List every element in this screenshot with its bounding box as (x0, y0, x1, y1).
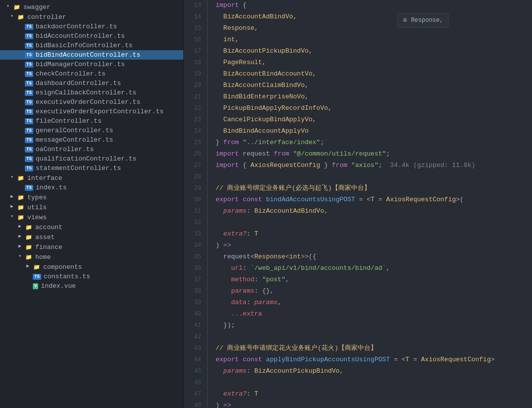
sidebar-item-statementController[interactable]: TSstatementController.ts (0, 163, 183, 173)
sidebar-item-executiveOrderExportController[interactable]: TSexecutiveOrderExportController.ts (0, 107, 183, 116)
line-number: 16 (190, 34, 201, 46)
sidebar-item-backdoorController[interactable]: TSbackdoorController.ts (0, 22, 183, 31)
sidebar-item-swagger[interactable]: ▾📁swagger (0, 2, 183, 12)
code-line: ) => (216, 240, 524, 251)
token-param-name: extra? (216, 229, 246, 240)
sidebar-item-executiveOrderController[interactable]: TSexecutiveOrderController.ts (0, 97, 183, 107)
token-type-name: BindBindAccountApplyVo (216, 126, 308, 137)
tree-label: bidBindAccountController.ts (36, 51, 141, 59)
folder-icon: 📁 (17, 193, 25, 201)
token-string: "axios" (351, 160, 379, 171)
sidebar-item-oaController[interactable]: TSoaController.ts (0, 145, 183, 154)
line-number: 34 (190, 240, 201, 251)
token-kw-import: import (216, 160, 239, 171)
token-type-name: T (254, 389, 258, 400)
sidebar-item-views[interactable]: ▾📁views (0, 212, 183, 222)
sidebar-item-asset[interactable]: ▶📁asset (0, 232, 183, 242)
ts-icon: TS (25, 147, 33, 153)
sidebar-item-types[interactable]: ▶📁types (0, 192, 183, 202)
sidebar-item-components[interactable]: ▶📁components (0, 262, 183, 272)
token-kw-export: export (216, 194, 239, 205)
token-punct (216, 274, 231, 285)
sidebar-item-home[interactable]: ▾📁home (0, 252, 183, 262)
token-punct: } (216, 137, 224, 148)
line-number: 48 (190, 400, 201, 408)
sidebar-item-bidManagerController[interactable]: TSbidManagerController.ts (0, 60, 183, 69)
token-kw-import: import (216, 0, 239, 11)
arrow-icon: ▾ (8, 13, 16, 21)
token-kw-from: from (274, 149, 289, 160)
code-editor[interactable]: ≡ Response, 1314151617181920212223242526… (184, 0, 532, 408)
token-punct (239, 137, 243, 148)
token-punct: , (340, 366, 344, 377)
token-type-name: PickupBindApplyRecordInfoVo, (216, 103, 332, 114)
ts-icon: TS (25, 71, 33, 77)
token-punct: : {}, (254, 286, 274, 297)
sidebar-item-generalController[interactable]: TSgeneralController.ts (0, 126, 183, 135)
token-punct: : (246, 366, 254, 377)
token-punct: request (239, 149, 274, 160)
sidebar-item-bidAccountController[interactable]: TSbidAccountController.ts (0, 31, 183, 41)
line-number: 36 (190, 263, 201, 274)
token-punct: >>({ (301, 251, 316, 262)
ts-icon: TS (33, 274, 41, 280)
tree-label: dashboardController.ts (36, 80, 121, 87)
token-punct: }); (216, 320, 235, 331)
code-line: ...extra (216, 309, 524, 320)
sidebar-item-messageController[interactable]: TSmessageController.ts (0, 135, 183, 145)
token-punct: , (386, 263, 390, 274)
sidebar-item-dashboardController[interactable]: TSdashboardController.ts (0, 79, 183, 88)
token-key: params (231, 286, 254, 297)
arrow-icon: ▾ (4, 3, 12, 11)
code-line: params: {}, (216, 286, 524, 297)
sidebar-item-fileController[interactable]: TSfileController.ts (0, 116, 183, 126)
token-type-name: BizAccountAdBindVo (254, 206, 324, 217)
line-number: 23 (190, 114, 201, 126)
sidebar-item-qualificationController[interactable]: TSqualificationController.ts (0, 154, 183, 163)
sidebar-item-indexTs[interactable]: TSindex.ts (0, 183, 183, 192)
line-number: 30 (190, 194, 201, 206)
token-punct: : (243, 263, 251, 274)
token-punct: : (254, 274, 262, 285)
token-param-name: params (216, 366, 246, 377)
sidebar-item-bidBasicInfoController[interactable]: TSbidBasicInfoController.ts (0, 41, 183, 50)
tree-label: bidAccountController.ts (36, 32, 125, 40)
line-number: 43 (190, 343, 201, 354)
sidebar-item-constantsTs[interactable]: TSconstants.ts (0, 272, 183, 281)
token-type-name: T (371, 194, 375, 205)
sidebar-item-finance[interactable]: ▶📁finance (0, 242, 183, 252)
code-line: export const bindAdAccountsUsingPOST = <… (216, 194, 524, 206)
line-number: 38 (190, 286, 201, 297)
sidebar-item-interface[interactable]: ▾📁interface (0, 173, 183, 183)
tree-label: asset (35, 234, 55, 241)
line-number: 21 (190, 91, 201, 103)
sidebar-item-utils[interactable]: ▶📁utils (0, 202, 183, 212)
sidebar-item-indexVue[interactable]: Vindex.vue (0, 281, 183, 291)
sidebar-item-controller[interactable]: ▾📁controller (0, 12, 183, 22)
line-number: 19 (190, 69, 201, 80)
tree-label: swagger (23, 3, 51, 11)
token-type-name: int (289, 251, 301, 262)
folder-icon: 📁 (17, 203, 25, 211)
line-number: 47 (190, 389, 201, 400)
tree-label: components (43, 263, 82, 271)
sidebar-item-account[interactable]: ▶📁account (0, 222, 183, 232)
tree-label: index.ts (36, 184, 67, 191)
code-line: PageResult, (216, 57, 524, 69)
token-type-name: Response (254, 251, 285, 262)
token-key: data (231, 297, 246, 308)
line-number: 42 (190, 331, 201, 343)
folder-icon: 📁 (17, 174, 25, 182)
folder-icon: 📁 (33, 263, 41, 271)
token-type-name: CancelPickupBindApplyVo, (216, 114, 316, 125)
ts-icon: TS (25, 81, 33, 86)
tree-label: types (27, 194, 47, 201)
sidebar-item-bidBindAccountController[interactable]: TSbidBindAccountController.ts (0, 50, 183, 60)
token-param-name: params (216, 206, 246, 217)
tree-label: utils (27, 204, 47, 211)
code-line: PickupBindApplyRecordInfoVo, (216, 103, 524, 114)
sidebar-item-esignCallbackController[interactable]: TSesignCallbackController.ts (0, 88, 183, 97)
ts-icon: TS (25, 99, 33, 105)
folder-icon: 📁 (25, 233, 33, 241)
sidebar-item-checkController[interactable]: TScheckController.ts (0, 69, 183, 79)
